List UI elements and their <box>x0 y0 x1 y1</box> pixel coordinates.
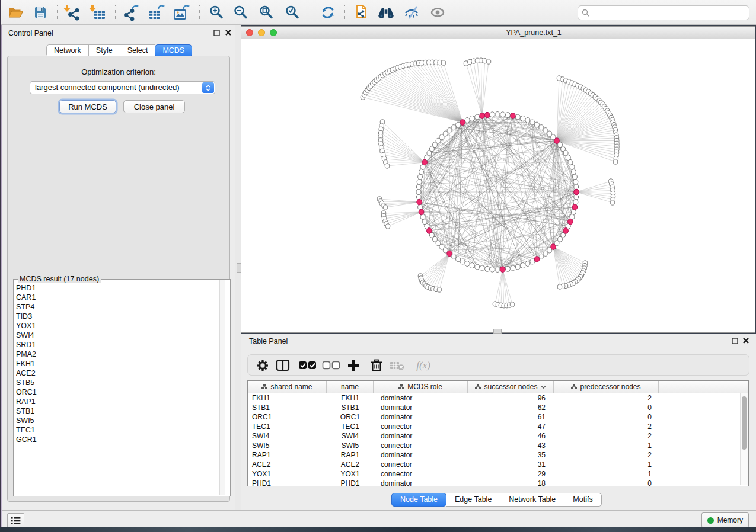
search-input[interactable] <box>578 5 749 20</box>
mcds-result-list[interactable]: PHD1CAR1STP4TID3YOX1SWI4SRD1PMA2FKH1ACE2… <box>16 283 219 495</box>
table-row[interactable]: TEC1TEC1connector472 <box>248 422 748 431</box>
result-node[interactable]: ACE2 <box>16 368 219 378</box>
cell: 35 <box>468 450 554 460</box>
result-node[interactable]: ORC1 <box>16 387 219 397</box>
delete-table-icon[interactable] <box>390 358 405 373</box>
zoom-in-icon[interactable] <box>208 4 225 21</box>
share-document-icon[interactable] <box>352 4 369 21</box>
toolbar-separator <box>199 5 200 20</box>
save-icon[interactable] <box>31 4 49 21</box>
split-columns-icon[interactable] <box>275 358 291 373</box>
result-node[interactable]: CAR1 <box>16 293 219 302</box>
network-view-frame: YPA_prune.txt_1 <box>241 26 755 333</box>
tab-style[interactable]: Style <box>88 44 120 57</box>
table-row[interactable]: SWI5SWI5connector431 <box>248 441 748 450</box>
add-column-icon[interactable] <box>346 358 361 373</box>
network-canvas[interactable] <box>241 39 755 332</box>
cell: connector <box>374 441 468 450</box>
import-table-icon[interactable] <box>89 4 107 21</box>
column-header-successor-nodes[interactable]: successor nodes <box>468 381 554 393</box>
float-panel-icon[interactable] <box>212 28 221 37</box>
column-header-MCDS-role[interactable]: MCDS role <box>374 381 468 393</box>
table-row[interactable]: STB1STB1dominator620 <box>248 403 748 412</box>
result-node[interactable]: STP4 <box>16 302 219 312</box>
table-row[interactable]: ACE2ACE2connector311 <box>248 460 748 469</box>
result-node[interactable]: STB5 <box>16 378 219 387</box>
result-node[interactable]: FKH1 <box>16 359 219 368</box>
search-icon <box>582 9 590 17</box>
table-row[interactable]: ORC1ORC1dominator610 <box>248 412 748 422</box>
run-mcds-button[interactable]: Run MCDS <box>59 100 116 113</box>
result-node[interactable]: SWI5 <box>16 416 219 425</box>
result-node[interactable]: PHD1 <box>16 283 219 293</box>
select-all-checkboxes-icon[interactable] <box>298 358 318 373</box>
import-network-icon[interactable] <box>63 4 81 21</box>
memory-label: Memory <box>717 516 743 524</box>
cell: PHD1 <box>248 479 327 488</box>
cell: 46 <box>468 431 554 441</box>
result-node[interactable]: SWI4 <box>16 331 219 340</box>
open-icon[interactable] <box>7 4 24 21</box>
table-row[interactable]: FKH1FKH1dominator962 <box>248 393 748 403</box>
cell: 29 <box>468 469 554 479</box>
search-network-icon[interactable] <box>377 4 395 21</box>
deselect-all-checkboxes-icon[interactable] <box>321 358 342 373</box>
cell: 1 <box>554 469 659 479</box>
delete-column-icon[interactable] <box>369 358 384 373</box>
cell: 2 <box>554 450 659 460</box>
zoom-selected-icon[interactable] <box>283 4 301 21</box>
splitter-handle[interactable] <box>237 263 241 273</box>
task-history-button[interactable] <box>7 513 24 528</box>
cell: 31 <box>468 460 554 469</box>
close-panel-icon[interactable] <box>224 28 232 37</box>
cell: connector <box>374 422 468 431</box>
tab-network[interactable]: Network <box>46 44 89 57</box>
table-row[interactable]: RAP1RAP1dominator352 <box>248 450 748 460</box>
export-table-icon[interactable] <box>148 4 165 21</box>
settings-icon[interactable] <box>255 358 270 373</box>
cell: RAP1 <box>327 450 374 460</box>
result-scrollbar[interactable] <box>219 280 225 495</box>
memory-button[interactable]: Memory <box>701 512 749 528</box>
result-node[interactable]: GCR1 <box>16 435 219 444</box>
tab-motifs[interactable]: Motifs <box>564 493 601 507</box>
network-titlebar[interactable]: YPA_prune.txt_1 <box>241 27 755 39</box>
tab-edge-table[interactable]: Edge Table <box>446 493 500 507</box>
tab-select[interactable]: Select <box>120 44 156 57</box>
table-row[interactable]: SWI4SWI4dominator462 <box>248 431 748 441</box>
column-header-name[interactable]: name <box>327 381 374 393</box>
function-builder-icon[interactable]: f(x) <box>413 358 434 373</box>
cell: 1 <box>554 441 659 450</box>
tab-mcds[interactable]: MCDS <box>155 44 192 57</box>
tab-network-table[interactable]: Network Table <box>500 493 564 507</box>
float-panel-icon[interactable] <box>731 336 739 345</box>
table-row[interactable]: YOX1YOX1connector291 <box>248 469 748 479</box>
result-node[interactable]: PMA2 <box>16 350 219 359</box>
result-node[interactable]: TID3 <box>16 312 219 321</box>
result-node[interactable]: STB1 <box>16 406 219 416</box>
splitter-handle[interactable] <box>493 329 502 334</box>
column-header-predecessor-nodes[interactable]: predecessor nodes <box>554 381 659 393</box>
table-scrollbar-thumb[interactable] <box>742 396 747 450</box>
mcds-tab-content: Optimization criterion: largest connecte… <box>7 56 230 502</box>
result-node[interactable]: TEC1 <box>16 425 219 435</box>
export-image-icon[interactable] <box>173 4 190 21</box>
show-panel-icon[interactable] <box>429 4 446 21</box>
zoom-out-icon[interactable] <box>232 4 250 21</box>
hide-panel-icon[interactable] <box>403 4 420 21</box>
zoom-fit-icon[interactable] <box>257 4 275 21</box>
close-panel-button[interactable]: Close panel <box>123 100 185 113</box>
criterion-select[interactable]: largest connected component (undirected) <box>30 81 215 94</box>
column-header-shared-name[interactable]: shared name <box>248 381 327 393</box>
main-toolbar <box>1 0 756 25</box>
close-panel-icon[interactable] <box>742 336 750 345</box>
export-network-icon[interactable] <box>122 4 140 21</box>
result-node[interactable]: YOX1 <box>16 321 219 331</box>
table-scrollbar[interactable] <box>740 393 748 485</box>
tab-node-table[interactable]: Node Table <box>391 493 446 507</box>
refresh-icon[interactable] <box>319 4 337 21</box>
table-row[interactable]: PHD1PHD1dominator180 <box>248 479 748 488</box>
result-node[interactable]: RAP1 <box>16 397 219 406</box>
cell: ORC1 <box>327 412 374 422</box>
result-node[interactable]: SRD1 <box>16 340 219 350</box>
